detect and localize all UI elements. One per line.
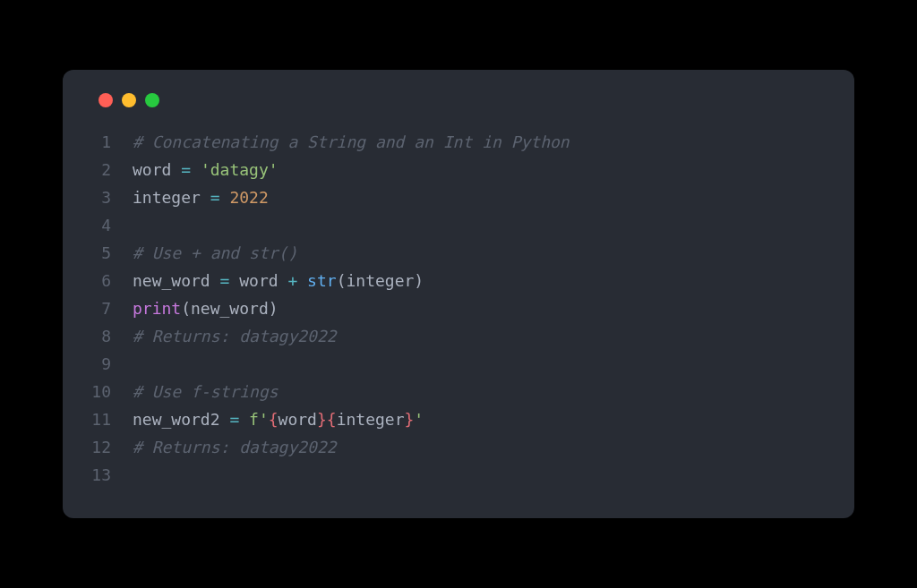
code-token: word [133, 160, 181, 179]
code-line[interactable]: 1# Concatenating a String and an Int in … [91, 129, 826, 157]
code-token: print [133, 299, 181, 318]
code-token: (integer) [337, 271, 424, 290]
code-token: new_word2 [133, 410, 229, 429]
code-token: # Returns: datagy2022 [133, 327, 337, 345]
line-number: 9 [91, 351, 133, 379]
line-content[interactable] [133, 212, 826, 240]
code-line[interactable]: 6new_word = word + str(integer) [91, 268, 826, 295]
code-line[interactable]: 13 [91, 462, 826, 490]
line-number: 4 [91, 212, 133, 240]
code-line[interactable]: 12# Returns: datagy2022 [91, 434, 826, 462]
line-number: 13 [91, 462, 133, 490]
code-line[interactable]: 5# Use + and str() [91, 240, 826, 268]
close-icon[interactable] [99, 93, 113, 107]
code-token: word [229, 271, 287, 290]
code-token: word [279, 410, 317, 429]
code-line[interactable]: 9 [91, 351, 826, 379]
line-content[interactable]: word = 'datagy' [133, 157, 826, 184]
code-token [191, 160, 201, 179]
line-number: 1 [91, 129, 133, 157]
maximize-icon[interactable] [145, 93, 159, 107]
line-content[interactable]: # Use + and str() [133, 240, 826, 268]
code-token: # Use + and str() [133, 243, 297, 262]
code-line[interactable]: 4 [91, 212, 826, 240]
code-window: 1# Concatenating a String and an Int in … [63, 70, 854, 517]
code-token [297, 271, 307, 290]
line-content[interactable]: print(new_word) [133, 295, 826, 323]
code-token: = [229, 410, 239, 429]
line-content[interactable] [133, 351, 826, 379]
code-editor[interactable]: 1# Concatenating a String and an Int in … [91, 129, 826, 489]
code-token: # Concatenating a String and an Int in P… [133, 132, 570, 151]
line-content[interactable]: # Use f-strings [133, 379, 826, 406]
code-token: 2022 [229, 188, 268, 207]
code-token: # Use f-strings [133, 382, 279, 401]
line-content[interactable] [133, 462, 826, 490]
code-line[interactable]: 11new_word2 = f'{word}{integer}' [91, 406, 826, 434]
code-token: integer [337, 410, 405, 429]
line-number: 7 [91, 295, 133, 323]
code-token: { [269, 410, 279, 429]
minimize-icon[interactable] [122, 93, 136, 107]
line-number: 12 [91, 434, 133, 462]
code-token: new_word [133, 271, 220, 290]
line-content[interactable]: new_word2 = f'{word}{integer}' [133, 406, 826, 434]
code-token: = [220, 271, 230, 290]
code-token: # Returns: datagy2022 [133, 438, 337, 456]
line-number: 8 [91, 323, 133, 351]
code-line[interactable]: 2word = 'datagy' [91, 157, 826, 184]
code-token: ' [414, 410, 424, 429]
code-token: + [287, 271, 297, 290]
title-bar [91, 93, 826, 107]
code-token [220, 188, 230, 207]
code-token: integer [133, 188, 210, 207]
code-line[interactable]: 7print(new_word) [91, 295, 826, 323]
line-number: 11 [91, 406, 133, 434]
line-content[interactable]: integer = 2022 [133, 184, 826, 212]
code-token: }{ [317, 410, 337, 429]
line-number: 6 [91, 268, 133, 295]
code-token [239, 410, 249, 429]
code-token: 'datagy' [201, 160, 279, 179]
code-line[interactable]: 3integer = 2022 [91, 184, 826, 212]
line-content[interactable]: new_word = word + str(integer) [133, 268, 826, 295]
code-line[interactable]: 8# Returns: datagy2022 [91, 323, 826, 351]
code-token: f' [249, 410, 269, 429]
line-number: 10 [91, 379, 133, 406]
code-token: str [307, 271, 337, 290]
code-line[interactable]: 10# Use f-strings [91, 379, 826, 406]
code-token: = [181, 160, 191, 179]
code-token: (new_word) [181, 299, 278, 318]
line-content[interactable]: # Returns: datagy2022 [133, 434, 826, 462]
line-number: 2 [91, 157, 133, 184]
code-token: } [405, 410, 415, 429]
line-number: 5 [91, 240, 133, 268]
line-content[interactable]: # Returns: datagy2022 [133, 323, 826, 351]
code-token: = [210, 188, 220, 207]
line-number: 3 [91, 184, 133, 212]
line-content[interactable]: # Concatenating a String and an Int in P… [133, 129, 826, 157]
